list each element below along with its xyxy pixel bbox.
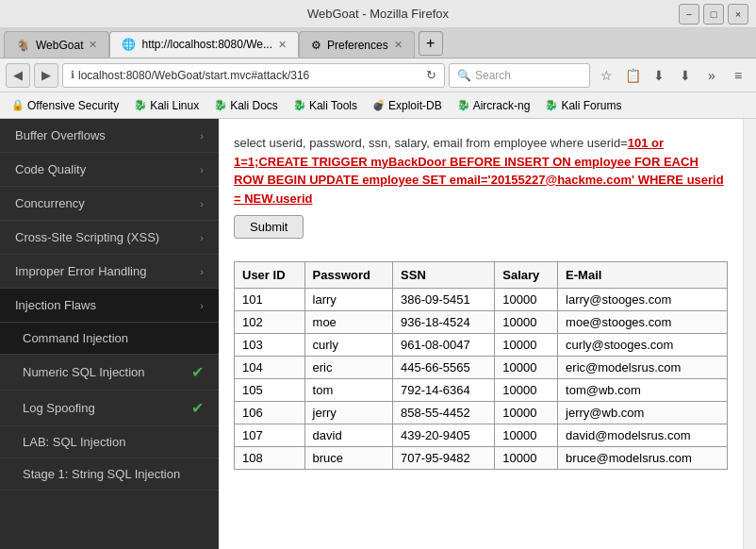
bookmark-label: Kali Tools: [309, 99, 357, 112]
col-header-salary: Salary: [495, 262, 558, 289]
sidebar-sub-item-stage1-sql-injection[interactable]: Stage 1: String SQL Injection: [0, 458, 219, 491]
bookmark-icon[interactable]: ☆: [594, 63, 618, 88]
table-cell: jerry: [304, 402, 393, 424]
bookmark-offensive-security[interactable]: 🔒 Offensive Security: [6, 97, 124, 114]
table-cell: larry@stooges.com: [558, 289, 728, 311]
table-row: 106jerry858-55-445210000jerry@wb.com: [235, 402, 728, 424]
bookmark-exploit-db[interactable]: 💣 Exploit-DB: [367, 97, 448, 114]
table-cell: 386-09-5451: [393, 289, 495, 311]
submit-button[interactable]: Submit: [234, 215, 304, 239]
reader-icon[interactable]: 📋: [620, 63, 645, 88]
sidebar-item-concurrency[interactable]: Concurrency ›: [0, 187, 219, 221]
sidebar-item-label: Improper Error Handling: [15, 264, 146, 278]
sidebar-sub-item-lab-sql-injection[interactable]: LAB: SQL Injection: [0, 426, 219, 458]
chevron-right-icon: ›: [200, 232, 204, 243]
url-bar[interactable]: ℹ localhost:8080/WebGoat/start.mvc#attac…: [62, 63, 445, 88]
tab-favicon: 🌐: [122, 38, 136, 51]
tab-label: Preferences: [327, 39, 388, 52]
bookmark-kali-docs[interactable]: 🐉 Kali Docs: [208, 97, 284, 114]
tab-close-preferences[interactable]: ✕: [394, 39, 403, 51]
download-icon[interactable]: ⬇: [673, 63, 698, 88]
table-cell: 101: [235, 289, 305, 311]
table-cell: 102: [235, 311, 305, 334]
sidebar-sub-item-label: Numeric SQL Injection: [23, 365, 145, 379]
bookmark-favicon: 🐉: [214, 99, 227, 111]
sidebar-item-buffer-overflows[interactable]: Buffer Overflows ›: [0, 119, 219, 153]
table-cell: eric: [304, 357, 393, 379]
window-title: WebGoat - Mozilla Firefox: [307, 7, 449, 21]
scrollbar[interactable]: [743, 119, 756, 549]
table-cell: 961-08-0047: [393, 334, 495, 357]
back-button[interactable]: ◀: [6, 63, 30, 88]
sidebar-item-xss[interactable]: Cross-Site Scripting (XSS) ›: [0, 221, 219, 255]
sidebar-item-injection-flaws[interactable]: Injection Flaws ›: [0, 289, 219, 323]
sidebar-item-label: Buffer Overflows: [15, 128, 106, 142]
tab-webgoat[interactable]: 🐐 WebGoat ✕: [4, 31, 109, 58]
forward-button[interactable]: ▶: [34, 63, 58, 88]
main-layout: Buffer Overflows › Code Quality › Concur…: [0, 119, 756, 549]
tab-bar: 🐐 WebGoat ✕ 🌐 http://localhost:8080/We..…: [0, 28, 756, 58]
tab-preferences[interactable]: ⚙ Preferences ✕: [299, 31, 415, 58]
chevron-right-icon: ›: [200, 300, 204, 311]
chevron-right-icon: ›: [200, 198, 204, 209]
sidebar-sub-item-numeric-sql-injection[interactable]: Numeric SQL Injection ✔: [0, 355, 219, 391]
sidebar-sub-item-label: LAB: SQL Injection: [23, 435, 125, 449]
sql-base-query: select userid, password, ssn, salary, em…: [234, 136, 628, 150]
table-cell: curly@stooges.com: [558, 334, 728, 357]
menu-icon[interactable]: ≡: [726, 63, 750, 88]
table-cell: eric@modelsrus.com: [558, 357, 728, 379]
table-cell: larry: [304, 289, 393, 311]
chevron-right-icon: ›: [200, 130, 204, 141]
check-icon: ✔: [191, 363, 204, 381]
search-bar[interactable]: 🔍 Search: [449, 63, 590, 88]
tab-label: WebGoat: [36, 39, 83, 52]
bookmark-kali-tools[interactable]: 🐉 Kali Tools: [288, 97, 363, 114]
maximize-button[interactable]: □: [703, 4, 724, 25]
pocket-icon[interactable]: ⬇: [647, 63, 671, 88]
table-cell: 106: [235, 402, 305, 424]
close-button[interactable]: ×: [728, 4, 748, 25]
content-area: select userid, password, ssn, salary, em…: [219, 119, 743, 549]
table-cell: 445-66-5565: [393, 357, 495, 379]
bookmark-favicon: 🐉: [457, 99, 470, 111]
table-cell: 10000: [495, 334, 558, 357]
minimize-button[interactable]: −: [679, 4, 699, 25]
table-cell: 936-18-4524: [393, 311, 495, 334]
table-cell: moe: [304, 311, 393, 334]
new-tab-button[interactable]: +: [419, 31, 443, 56]
table-cell: curly: [304, 334, 393, 357]
search-icon: 🔍: [457, 69, 471, 82]
table-row: 107david439-20-940510000david@modelsrus.…: [235, 424, 728, 447]
bookmark-kali-linux[interactable]: 🐉 Kali Linux: [128, 97, 205, 114]
table-cell: moe@stooges.com: [558, 311, 728, 334]
table-cell: bruce: [304, 447, 393, 470]
table-cell: david: [304, 424, 393, 447]
search-placeholder: Search: [475, 69, 511, 82]
table-cell: tom: [304, 379, 393, 402]
url-text: localhost:8080/WebGoat/start.mvc#attack/…: [78, 69, 422, 82]
chevron-right-icon: ›: [200, 266, 204, 277]
sidebar-item-code-quality[interactable]: Code Quality ›: [0, 153, 219, 187]
table-cell: 10000: [495, 357, 558, 379]
sidebar-item-improper-error-handling[interactable]: Improper Error Handling ›: [0, 255, 219, 289]
tab-close-localhost[interactable]: ✕: [278, 39, 287, 51]
table-cell: david@modelsrus.com: [558, 424, 728, 447]
sidebar-sub-item-log-spoofing[interactable]: Log Spoofing ✔: [0, 391, 219, 426]
refresh-icon[interactable]: ↻: [426, 68, 436, 82]
table-cell: 103: [235, 334, 305, 357]
bookmark-kali-forums[interactable]: 🐉 Kali Forums: [539, 97, 627, 114]
col-header-userid: User ID: [235, 262, 305, 289]
bookmark-aircrack-ng[interactable]: 🐉 Aircrack-ng: [452, 97, 536, 114]
table-cell: 10000: [495, 424, 558, 447]
bookmark-favicon: 🔒: [11, 99, 25, 111]
check-icon: ✔: [191, 399, 204, 417]
table-row: 104eric445-66-556510000eric@modelsrus.co…: [235, 357, 728, 379]
tab-close-webgoat[interactable]: ✕: [89, 39, 97, 51]
results-table: User ID Password SSN Salary E-Mail 101la…: [234, 261, 728, 470]
table-row: 108bruce707-95-948210000bruce@modelsrus.…: [235, 447, 728, 470]
tab-localhost[interactable]: 🌐 http://localhost:8080/We... ✕: [109, 31, 299, 58]
table-cell: 10000: [495, 311, 558, 334]
table-cell: 439-20-9405: [393, 424, 495, 447]
sidebar-sub-item-command-injection[interactable]: Command Injection: [0, 323, 219, 355]
overflow-icon[interactable]: »: [699, 63, 724, 88]
